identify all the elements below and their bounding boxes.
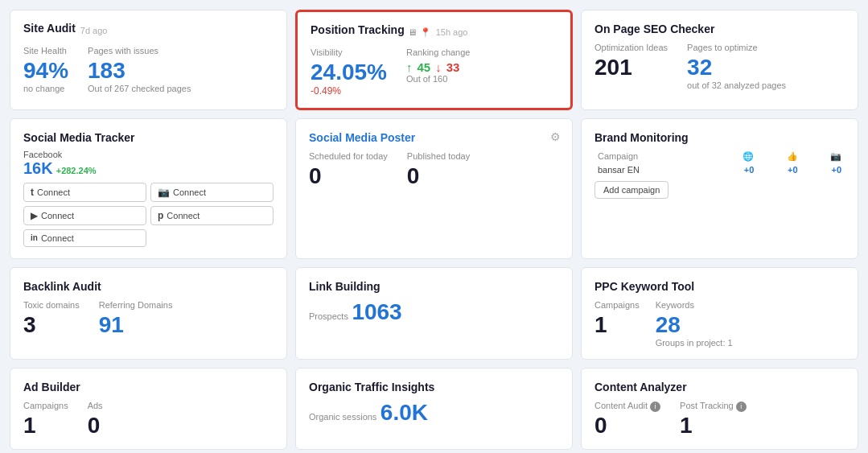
visibility-value: 24.05% [311,60,387,85]
ppc-title: PPC Keyword Tool [594,280,694,293]
published-label: Published today [407,151,470,161]
post-tracking-value: 1 [680,414,747,439]
site-audit-title: Site Audit [23,22,76,35]
out-of-label: Out of 160 [406,74,471,84]
instagram-connect-button[interactable]: 📷 Connect [150,183,274,202]
youtube-connect-button[interactable]: ▶ Connect [23,206,146,225]
gear-icon[interactable]: ⚙ [550,130,561,143]
thumb-col-header: 👍 [757,150,800,163]
referring-label: Referring Domains [99,300,173,310]
pages-opt-value: 32 [687,56,786,80]
pages-opt-label: Pages to optimize [687,43,786,52]
pinterest-connect-label: Connect [167,211,200,220]
position-tracking-title: Position Tracking [311,23,405,36]
dashboard: Site Audit 7d ago Site Health 94% no cha… [0,0,868,453]
organic-sessions-label: Organic sessions [309,412,376,422]
add-campaign-button[interactable]: Add campaign [594,181,668,199]
published-value: 0 [407,164,470,189]
twitter-connect-button[interactable]: t Connect [23,183,146,202]
content-analyzer-title: Content Analyzer [594,381,687,393]
brand-monitoring-row: bansar EN +0 +0 +0 [594,163,845,176]
pages-issues-value: 183 [88,59,191,84]
visibility-change: -0.49% [311,85,387,97]
social-media-poster-card: ⚙ Social Media Poster Scheduled for toda… [295,118,573,259]
site-audit-card: Site Audit 7d ago Site Health 94% no cha… [10,10,287,110]
content-analyzer-card: Content Analyzer Content Audit i 0 Post … [581,368,858,451]
ads-value: 0 [88,414,103,439]
prospects-label: Prospects [309,311,348,321]
twitter-icon: t [31,187,34,198]
scheduled-label: Scheduled for today [309,151,388,161]
brand-monitoring-title: Brand Monitoring [594,131,689,144]
ppc-groups-note: Groups in project: 1 [656,338,733,348]
ad-builder-title: Ad Builder [23,381,80,393]
onpage-seo-title: On Page SEO Checker [594,23,714,35]
onpage-seo-card: On Page SEO Checker Optimization Ideas 2… [581,10,858,110]
organic-traffic-card: Organic Traffic Insights Organic session… [295,368,573,451]
ranking-change-label: Ranking change [406,47,471,57]
smt-title: Social Media Tracker [23,131,135,144]
content-audit-info-icon[interactable]: i [650,402,660,412]
pages-opt-note: out of 32 analyzed pages [687,80,786,90]
link-building-title: Link Building [309,280,381,293]
ad-builder-card: Ad Builder Campaigns 1 Ads 0 [10,368,287,451]
campaign-col-header: Campaign [594,150,714,163]
visibility-label: Visibility [311,47,387,57]
ppc-campaigns-value: 1 [594,313,640,338]
smp-title: Social Media Poster [309,131,415,144]
ranking-down-icon: ↓ [435,60,442,74]
backlink-audit-title: Backlink Audit [23,280,101,293]
content-audit-value: 0 [594,414,660,439]
organic-traffic-title: Organic Traffic Insights [309,381,434,393]
scheduled-value: 0 [309,164,388,189]
ads-label: Ads [88,401,103,410]
post-tracking-label: Post Tracking [680,401,734,410]
ad-campaigns-label: Campaigns [23,401,68,410]
site-health-value: 94% [23,59,68,84]
facebook-label: Facebook [23,150,97,159]
position-tracking-time: 15h ago [436,27,468,37]
ranking-up-value: 45 [417,60,430,74]
link-building-card: Link Building Prospects 1063 [295,267,573,360]
site-audit-time: 7d ago [80,26,108,35]
ad-campaigns-value: 1 [23,414,68,439]
linkedin-connect-button[interactable]: in Connect [23,229,146,247]
pinterest-connect-button[interactable]: p Connect [150,206,274,225]
instagram-icon: 📷 [158,187,170,198]
toxic-value: 3 [23,313,80,338]
prospects-value: 1063 [352,299,401,324]
opt-ideas-value: 201 [594,56,668,80]
brand-monitoring-card: Brand Monitoring Campaign 🌐 👍 📷 bansar E… [581,118,858,259]
monitor-icon: 🖥 [408,27,417,37]
position-tracking-card: Position Tracking 🖥 📍 15h ago Visibility… [295,10,573,110]
ranking-up-icon: ↑ [406,60,413,74]
linkedin-connect-label: Connect [41,233,74,243]
campaign-name-cell: bansar EN [594,163,714,176]
facebook-value: 16K [23,159,53,178]
instagram-connect-label: Connect [173,187,206,197]
insta-col-header: 📷 [801,150,845,163]
linkedin-icon: in [31,233,38,242]
toxic-label: Toxic domains [23,300,80,310]
organic-sessions-value: 6.0K [381,400,428,425]
backlink-audit-card: Backlink Audit Toxic domains 3 Referring… [10,267,287,360]
brand-monitoring-table: Campaign 🌐 👍 📷 bansar EN +0 +0 +0 [594,150,845,176]
location-icon: 📍 [420,27,431,38]
ppc-keywords-label: Keywords [656,300,733,310]
ppc-row: Campaigns 1 Keywords 28 Groups in projec… [594,300,845,348]
insta-value-cell: +0 [801,163,845,176]
no-change-label: no change [23,84,68,93]
twitter-connect-label: Connect [37,187,70,197]
ppc-keyword-card: PPC Keyword Tool Campaigns 1 Keywords 28… [581,267,858,360]
globe-value-cell: +0 [714,163,757,176]
opt-ideas-label: Optimization Ideas [594,43,668,52]
pinterest-icon: p [158,210,163,221]
pages-checked-note: Out of 267 checked pages [88,84,191,93]
connect-buttons-grid: t Connect 📷 Connect ▶ Connect p Connect … [23,183,274,247]
ppc-keywords-value: 28 [656,313,733,338]
social-media-tracker-card: Social Media Tracker Facebook 16K +282.2… [10,118,287,259]
thumb-value-cell: +0 [757,163,800,176]
globe-col-header: 🌐 [714,150,757,163]
ppc-campaigns-label: Campaigns [594,300,640,310]
post-tracking-info-icon[interactable]: i [736,402,747,412]
